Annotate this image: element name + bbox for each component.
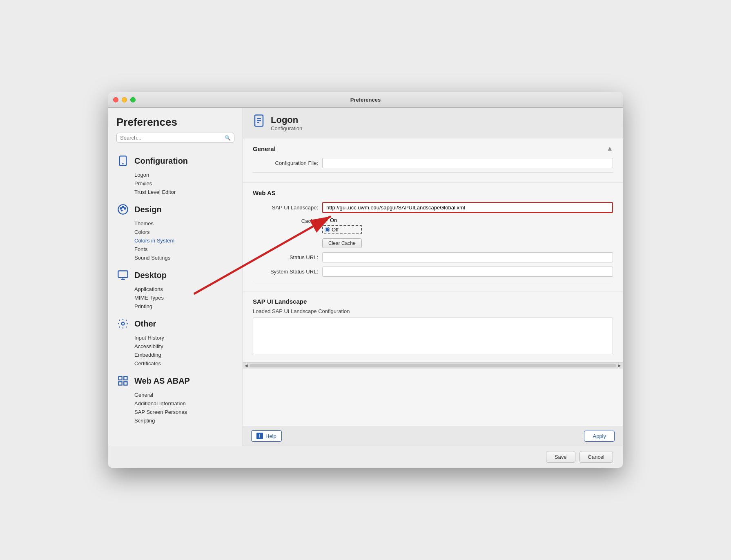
sidebar-section-desktop: Desktop Applications MIME Types Printing — [108, 265, 243, 311]
search-box[interactable]: 🔍 — [116, 133, 234, 143]
sidebar-content: Configuration Logon Proxies Trust Level … — [108, 147, 243, 432]
sidebar-section-title-design: Design — [134, 205, 162, 214]
content-wrapper: General ▲ Configuration File: Web AS — [243, 138, 623, 446]
help-label: Help — [265, 433, 276, 439]
sidebar-section-header-design: Design — [108, 200, 243, 219]
content-header-info: Logon Configuration — [271, 115, 302, 131]
phone-icon — [116, 154, 129, 167]
sidebar-items-design: Themes Colors Colors in System Fonts Sou… — [108, 219, 243, 262]
grid-icon — [116, 374, 129, 387]
webas-section: Web AS SAP UI Landscape: Cache: — [243, 183, 623, 291]
sidebar-item-certificates[interactable]: Certificates — [134, 359, 243, 368]
sidebar-section-other: Other Input History Accessibility Embedd… — [108, 314, 243, 368]
sidebar-items-webas: General Additional Information SAP Scree… — [108, 391, 243, 425]
scroll-track — [250, 364, 616, 367]
scrollable-area: General ▲ Configuration File: Web AS — [243, 138, 623, 426]
cancel-button[interactable]: Cancel — [579, 451, 613, 463]
sidebar-items-configuration: Logon Proxies Trust Level Editor — [108, 171, 243, 196]
sidebar-section-header-webas: Web AS ABAP — [108, 371, 243, 391]
title-bar: Preferences — [108, 92, 623, 108]
status-url-input[interactable] — [322, 252, 613, 262]
sidebar-item-colors-in-system[interactable]: Colors in System — [134, 236, 243, 245]
sidebar-item-printing[interactable]: Printing — [134, 302, 243, 311]
general-section: General ▲ Configuration File: — [243, 138, 623, 183]
config-file-input[interactable] — [322, 158, 613, 168]
search-input[interactable] — [120, 135, 222, 141]
cache-label: Cache: — [253, 217, 318, 224]
sidebar-item-trust-level-editor[interactable]: Trust Level Editor — [134, 188, 243, 196]
preferences-window: Preferences Preferences 🔍 — [108, 92, 623, 468]
sidebar-title: Preferences — [116, 116, 234, 129]
save-button[interactable]: Save — [546, 451, 575, 463]
landscape-section: SAP UI Landscape Loaded SAP UI Landscape… — [243, 291, 623, 362]
sidebar-item-fonts[interactable]: Fonts — [134, 245, 243, 253]
sidebar-section-header-configuration: Configuration — [108, 151, 243, 171]
system-status-url-label: System Status URL: — [253, 269, 318, 275]
close-button[interactable] — [113, 97, 118, 102]
status-url-label: Status URL: — [253, 254, 318, 260]
sidebar-item-logon[interactable]: Logon — [134, 171, 243, 179]
sidebar-section-design: Design Themes Colors Colors in System Fo… — [108, 200, 243, 262]
sidebar-item-mime-types[interactable]: MIME Types — [134, 293, 243, 302]
sidebar-item-applications[interactable]: Applications — [134, 285, 243, 293]
system-status-url-row: System Status URL: — [253, 267, 613, 277]
general-section-title-row: General ▲ — [253, 145, 613, 152]
palette-icon — [116, 203, 129, 216]
window-footer: Save Cancel — [108, 446, 623, 468]
status-url-row: Status URL: — [253, 252, 613, 262]
apply-button[interactable]: Apply — [584, 431, 615, 442]
sidebar-section-configuration: Configuration Logon Proxies Trust Level … — [108, 151, 243, 196]
horizontal-scrollbar[interactable]: ◀ ▶ — [243, 362, 623, 369]
general-divider — [253, 172, 613, 173]
sidebar-section-header-other: Other — [108, 314, 243, 333]
sidebar-item-sap-screen-personas[interactable]: SAP Screen Personas — [134, 408, 243, 416]
sidebar-item-scripting[interactable]: Scripting — [134, 416, 243, 425]
monitor-icon — [116, 269, 129, 282]
general-collapse-btn[interactable]: ▲ — [606, 145, 613, 152]
sidebar-section-title-desktop: Desktop — [134, 271, 167, 280]
general-section-title: General — [253, 145, 276, 152]
minimize-button[interactable] — [122, 97, 127, 102]
sidebar-item-sound-settings[interactable]: Sound Settings — [134, 253, 243, 262]
sidebar-item-additional-info[interactable]: Additional Information — [134, 399, 243, 408]
svg-rect-12 — [119, 382, 122, 385]
landscape-input[interactable] — [322, 202, 613, 213]
search-icon: 🔍 — [225, 135, 231, 141]
help-button[interactable]: i Help — [251, 430, 282, 442]
svg-rect-13 — [124, 382, 127, 385]
system-status-url-input[interactable] — [322, 267, 613, 277]
cache-off-radio[interactable] — [325, 227, 330, 232]
sidebar-section-header-desktop: Desktop — [108, 265, 243, 285]
cache-off-wrapper: Off — [322, 225, 362, 234]
content-header: Logon Configuration — [243, 108, 623, 138]
sidebar-section-title-other: Other — [134, 319, 156, 329]
sidebar-item-colors[interactable]: Colors — [134, 228, 243, 236]
landscape-textarea[interactable] — [253, 318, 613, 354]
cache-on-row: On — [322, 217, 362, 223]
svg-point-5 — [124, 208, 126, 209]
svg-point-4 — [122, 206, 124, 208]
sidebar-item-input-history[interactable]: Input History — [134, 333, 243, 342]
sidebar-section-title-configuration: Configuration — [134, 156, 188, 166]
gear-icon — [116, 317, 129, 330]
sidebar-items-desktop: Applications MIME Types Printing — [108, 285, 243, 311]
svg-point-9 — [122, 322, 125, 325]
cache-on-radio[interactable] — [322, 218, 328, 223]
help-icon: i — [256, 433, 263, 439]
sidebar-item-themes[interactable]: Themes — [134, 219, 243, 228]
content-title: Logon — [271, 115, 302, 125]
sidebar-item-embedding[interactable]: Embedding — [134, 351, 243, 359]
scroll-left-btn[interactable]: ◀ — [245, 363, 248, 368]
clear-cache-button[interactable]: Clear Cache — [322, 238, 362, 248]
sidebar-item-proxies[interactable]: Proxies — [134, 179, 243, 188]
content-header-icon — [253, 114, 265, 131]
sidebar-item-accessibility[interactable]: Accessibility — [134, 342, 243, 351]
svg-point-3 — [120, 208, 122, 209]
maximize-button[interactable] — [130, 97, 136, 102]
sidebar-item-general[interactable]: General — [134, 391, 243, 399]
sidebar-section-title-webas: Web AS ABAP — [134, 376, 190, 386]
cache-on-label: On — [330, 217, 337, 223]
window-title: Preferences — [350, 97, 381, 103]
scroll-right-btn[interactable]: ▶ — [618, 363, 621, 368]
sidebar-items-other: Input History Accessibility Embedding Ce… — [108, 333, 243, 368]
